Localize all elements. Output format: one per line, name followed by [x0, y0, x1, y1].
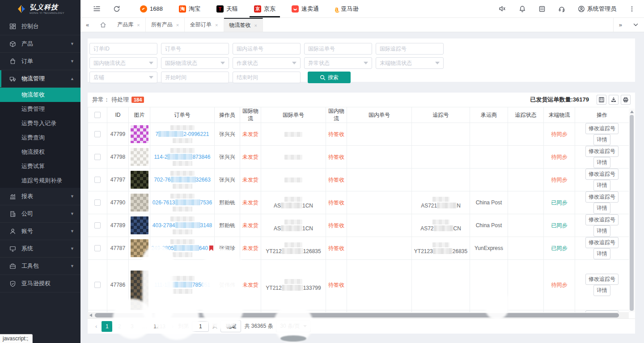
search-input-国内运单号[interactable]	[233, 43, 301, 55]
order-number-link[interactable]: 111-1785051	[154, 282, 210, 288]
row-checkbox[interactable]	[94, 131, 101, 137]
scroll-tabs-left-icon[interactable]: «	[80, 18, 94, 32]
close-tab-icon[interactable]: ×	[137, 22, 140, 28]
column-header-国内物流[interactable]: 国内物流	[326, 107, 347, 123]
platform-link-亚马逊[interactable]: a 亚马逊	[327, 0, 367, 17]
search-input-国际运单号[interactable]	[304, 43, 372, 55]
search-input-订单ID[interactable]	[89, 43, 157, 55]
sidebar-item-订单[interactable]: 订单 ▼	[0, 53, 80, 70]
edit-tracking-button[interactable]: 修改追踪号	[585, 123, 619, 134]
sidebar-subitem-物流授权[interactable]: 物流授权	[0, 145, 80, 159]
close-tab-icon[interactable]: ×	[176, 22, 179, 28]
sidebar-subitem-追踪号规则补录[interactable]: 追踪号规则补录	[0, 174, 80, 188]
search-input-订单号[interactable]	[161, 43, 229, 55]
detail-button[interactable]: 详情	[593, 203, 610, 214]
edit-tracking-button[interactable]: 修改追踪号	[585, 146, 619, 157]
platform-link-京东[interactable]: 京 京东	[246, 0, 284, 17]
prev-page-icon[interactable]: ‹	[94, 323, 98, 330]
order-number-link[interactable]: 702-7632663	[154, 177, 211, 183]
sidebar-item-产品[interactable]: 产品 ▼	[0, 35, 80, 53]
column-header-追踪状态[interactable]: 追踪状态	[508, 107, 544, 123]
column-header-国际物流[interactable]: 国际物流	[240, 107, 261, 123]
row-checkbox[interactable]	[94, 222, 101, 229]
product-image[interactable]	[131, 194, 148, 212]
row-checkbox[interactable]	[94, 282, 101, 288]
vertical-scrollbar-thumb[interactable]	[630, 115, 634, 311]
page-number-3[interactable]: 3	[127, 321, 137, 332]
column-settings-button[interactable]	[597, 95, 606, 105]
confirm-page-button[interactable]: 确定	[220, 320, 241, 332]
scroll-tabs-right-icon[interactable]: »	[614, 18, 627, 32]
order-number-link[interactable]: 026-76137536	[153, 199, 212, 206]
sidebar-item-报表[interactable]: 报表 ▼	[0, 188, 80, 205]
detail-button[interactable]: 详情	[593, 134, 610, 145]
select-all-checkbox[interactable]	[94, 112, 101, 118]
row-checkbox[interactable]	[94, 199, 101, 206]
detail-button[interactable]: 详情	[593, 285, 610, 296]
sidebar-subitem-运费试算[interactable]: 运费试算	[0, 159, 80, 174]
more-options-icon[interactable]	[623, 0, 641, 17]
collapse-menu-icon[interactable]	[87, 0, 107, 17]
product-image[interactable]	[131, 148, 148, 166]
sidebar-item-公司[interactable]: 公司 ▼	[0, 205, 80, 223]
sidebar-item-系统[interactable]: 系统 ▼	[0, 240, 80, 258]
detail-button[interactable]: 详情	[593, 248, 610, 259]
platform-link-淘宝[interactable]: 淘 淘宝	[171, 0, 208, 17]
search-input-国际追踪号[interactable]	[376, 43, 444, 55]
sidebar-item-账号[interactable]: 账号 ▼	[0, 223, 80, 240]
refresh-icon[interactable]	[107, 0, 127, 17]
per-page-select[interactable]: 30 条/页	[276, 321, 311, 332]
filter-select-国际物流状态[interactable]: 国际物流状态	[161, 57, 229, 69]
detail-button[interactable]: 详情	[593, 157, 610, 168]
page-number-2[interactable]: 2	[114, 321, 125, 332]
page-number-1[interactable]: 1	[102, 321, 112, 332]
order-number-link[interactable]: 249-2805640	[151, 245, 208, 251]
home-tab-icon[interactable]	[94, 18, 112, 32]
column-header-图片[interactable]: 图片	[129, 107, 150, 123]
user-menu[interactable]: 系统管理员	[572, 0, 623, 17]
search-button[interactable]: 搜索	[308, 72, 351, 83]
product-image[interactable]	[131, 271, 148, 310]
column-header-操作员[interactable]: 操作员	[215, 107, 240, 123]
order-number-link[interactable]: 72-0996221	[155, 131, 209, 137]
sidebar-subitem-运费管理[interactable]: 运费管理	[0, 102, 80, 116]
product-image[interactable]	[131, 216, 148, 234]
filter-select-异常状态[interactable]: 异常状态	[304, 57, 372, 69]
column-header-国际单号[interactable]: 国际单号	[261, 107, 326, 123]
edit-tracking-button[interactable]: 修改追踪号	[585, 214, 619, 225]
column-header-ID[interactable]: ID	[107, 107, 129, 123]
filter-select-店铺[interactable]: 店铺	[89, 72, 157, 83]
sidebar-item-控制台[interactable]: 控制台	[0, 18, 80, 35]
headset-icon[interactable]	[552, 0, 572, 17]
sidebar-item-工具包[interactable]: 工具包 ▼	[0, 258, 80, 275]
tab-物流签收[interactable]: 物流签收 ×	[224, 18, 263, 32]
sidebar-subitem-运费查询[interactable]: 运费查询	[0, 131, 80, 145]
page-jump-input[interactable]	[192, 321, 209, 332]
row-checkbox[interactable]	[94, 154, 101, 160]
horizontal-scrollbar-thumb[interactable]	[95, 313, 619, 318]
close-tab-icon[interactable]: ×	[254, 23, 257, 28]
column-header-订单号[interactable]: 订单号	[150, 107, 215, 123]
calculator-icon[interactable]	[532, 0, 552, 17]
close-tab-icon[interactable]: ×	[215, 22, 218, 28]
print-button[interactable]	[621, 95, 631, 105]
sidebar-subitem-物流签收[interactable]: 物流签收	[0, 88, 80, 102]
product-image[interactable]	[131, 171, 148, 189]
tab-全部订单[interactable]: 全部订单 ×	[185, 18, 224, 32]
edit-tracking-button[interactable]: 修改追踪号	[585, 191, 619, 203]
order-number-link[interactable]: 114-2873846	[154, 154, 211, 160]
product-image[interactable]	[131, 125, 148, 143]
sidebar-item-物流管理[interactable]: 物流管理 ▲	[0, 70, 80, 88]
detail-button[interactable]: 详情	[593, 180, 610, 191]
edit-tracking-button[interactable]: 修改追踪号	[585, 274, 619, 285]
tab-产品库[interactable]: 产品库 ×	[112, 18, 145, 32]
filter-select-末端物流状态[interactable]: 末端物流状态	[376, 57, 444, 69]
vertical-scrollbar[interactable]	[629, 109, 635, 312]
sidebar-subitem-运费导入记录[interactable]: 运费导入记录	[0, 116, 80, 131]
scroll-up-icon[interactable]	[630, 110, 634, 113]
row-checkbox[interactable]	[94, 177, 101, 183]
detail-button[interactable]: 详情	[593, 225, 610, 237]
product-image[interactable]	[131, 239, 148, 257]
column-header-追踪号[interactable]: 追踪号	[412, 107, 470, 123]
edit-tracking-button[interactable]: 修改追踪号	[585, 237, 619, 248]
